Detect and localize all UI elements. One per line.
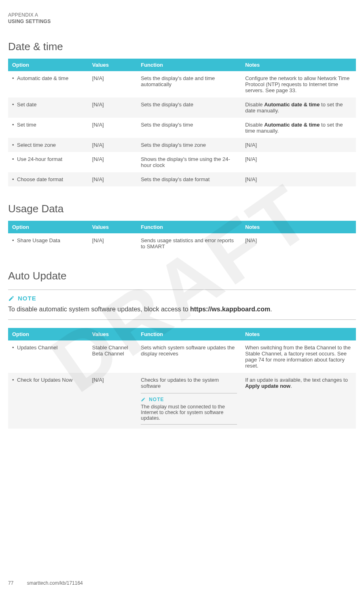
function-text: Sets the display's date format: [137, 172, 241, 186]
table-row: Automatic date & time [N/A] Sets the dis…: [8, 71, 356, 97]
values-text: Stable Channel Beta Channel: [88, 340, 137, 373]
option-text: Use 24-hour format: [17, 156, 84, 162]
pencil-icon: [141, 397, 146, 402]
notes-text: Disable Automatic date & time to set the…: [241, 118, 356, 138]
page-number: 77: [8, 580, 13, 586]
th-function: Function: [137, 59, 241, 71]
note-body: The display must be connected to the Int…: [141, 404, 237, 421]
function-text: Sets which system software updates the d…: [137, 340, 241, 373]
page-title: USING SETTINGS: [8, 19, 356, 24]
table-row: Share Usage Data [N/A] Sends usage stati…: [8, 233, 356, 254]
note-body: To disable automatic system software upd…: [8, 306, 356, 313]
option-text: Automatic date & time: [17, 75, 84, 81]
th-values: Values: [88, 59, 137, 71]
table-row: Use 24-hour format [N/A] Shows the displ…: [8, 152, 356, 172]
note-callout: NOTE To disable automatic system softwar…: [8, 290, 356, 320]
bullet-icon: [12, 237, 17, 243]
appendix-label: APPENDIX A: [8, 12, 356, 18]
bullet-icon: [12, 377, 17, 383]
values-text: [N/A]: [88, 138, 137, 152]
option-text: Set date: [17, 101, 84, 108]
notes-text: If an update is available, the text chan…: [241, 373, 356, 429]
notes-text: [N/A]: [241, 152, 356, 172]
footer: 77 smarttech.com/kb/171164: [8, 580, 83, 586]
function-text: Sends usage statistics and error reports…: [137, 233, 241, 254]
option-text: Set time: [17, 122, 84, 128]
note-label: NOTE: [18, 295, 36, 302]
values-text: [N/A]: [88, 152, 137, 172]
note-label: NOTE: [149, 397, 164, 402]
table-row: Set date [N/A] Sets the display's date D…: [8, 97, 356, 118]
bullet-icon: [12, 101, 17, 108]
th-option: Option: [8, 221, 88, 233]
usage-data-table: Option Values Function Notes Share Usage…: [8, 221, 356, 254]
auto-update-table: Option Values Function Notes Updates Cha…: [8, 328, 356, 429]
bullet-icon: [12, 142, 17, 148]
option-text: Share Usage Data: [17, 237, 84, 243]
function-text: Sets the display's date: [137, 97, 241, 118]
notes-text: When switching from the Beta Channel to …: [241, 340, 356, 373]
th-notes: Notes: [241, 328, 356, 340]
section-heading-date-time: Date & time: [8, 40, 356, 53]
bullet-icon: [12, 156, 17, 162]
notes-text: [N/A]: [241, 233, 356, 254]
th-values: Values: [88, 328, 137, 340]
function-text: Sets the display's time: [137, 118, 241, 138]
values-text: [N/A]: [88, 97, 137, 118]
function-text: Sets the display's date and time automat…: [137, 71, 241, 97]
section-heading-auto-update: Auto Update: [8, 270, 356, 282]
th-values: Values: [88, 221, 137, 233]
notes-text: [N/A]: [241, 172, 356, 186]
notes-text: [N/A]: [241, 138, 356, 152]
values-text: [N/A]: [88, 233, 137, 254]
table-row: Set time [N/A] Sets the display's time D…: [8, 118, 356, 138]
values-text: [N/A]: [88, 118, 137, 138]
pencil-icon: [8, 295, 15, 302]
footer-url: smarttech.com/kb/171164: [27, 580, 83, 586]
option-text: Updates Channel: [17, 345, 84, 351]
section-heading-usage-data: Usage Data: [8, 203, 356, 215]
function-text: Shows the display's time using the 24-ho…: [137, 152, 241, 172]
table-row: Check for Updates Now [N/A] Checks for u…: [8, 373, 356, 429]
bullet-icon: [12, 345, 17, 351]
notes-text: Disable Automatic date & time to set the…: [241, 97, 356, 118]
table-row: Choose date format [N/A] Sets the displa…: [8, 172, 356, 186]
table-row: Select time zone [N/A] Sets the display'…: [8, 138, 356, 152]
bullet-icon: [12, 75, 17, 81]
bullet-icon: [12, 122, 17, 128]
inline-note: NOTE The display must be connected to th…: [141, 393, 237, 425]
th-notes: Notes: [241, 59, 356, 71]
th-option: Option: [8, 328, 88, 340]
th-option: Option: [8, 59, 88, 71]
th-function: Function: [137, 328, 241, 340]
bullet-icon: [12, 176, 17, 182]
th-function: Function: [137, 221, 241, 233]
function-text: Checks for updates to the system softwar…: [137, 373, 241, 429]
th-notes: Notes: [241, 221, 356, 233]
option-text: Check for Updates Now: [17, 377, 84, 383]
option-text: Select time zone: [17, 142, 84, 148]
date-time-table: Option Values Function Notes Automatic d…: [8, 59, 356, 186]
option-text: Choose date format: [17, 176, 84, 182]
table-row: Updates Channel Stable Channel Beta Chan…: [8, 340, 356, 373]
values-text: [N/A]: [88, 172, 137, 186]
values-text: [N/A]: [88, 71, 137, 97]
function-text: Sets the display's time zone: [137, 138, 241, 152]
values-text: [N/A]: [88, 373, 137, 429]
notes-text: Configure the network to allow Network T…: [241, 71, 356, 97]
